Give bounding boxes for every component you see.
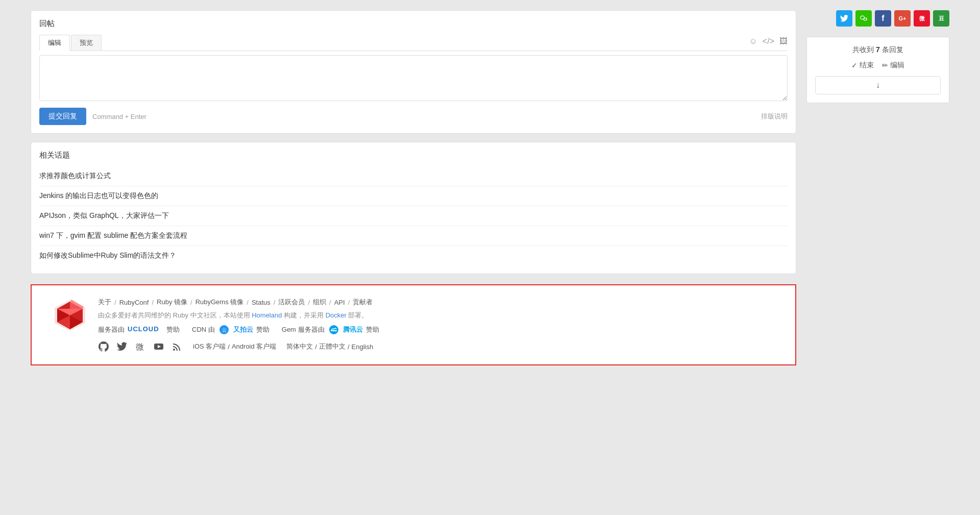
sponsor-server-prefix: 服务器由: [98, 325, 125, 334]
share-wechat-button[interactable]: [855, 10, 872, 27]
rss-icon[interactable]: [172, 341, 183, 352]
english-link[interactable]: English: [352, 343, 374, 351]
youpai-logo: 又拍云: [233, 325, 253, 334]
svg-text:云: 云: [222, 328, 226, 333]
android-client-link[interactable]: Android 客户端: [232, 342, 276, 351]
sponsor-server-suffix: 赞助: [166, 325, 180, 334]
chevron-down-icon: ↓: [876, 81, 880, 90]
share-weibo-button[interactable]: 微: [914, 10, 930, 27]
traditional-chinese-link[interactable]: 正體中文: [319, 342, 346, 351]
sponsor-gem-prefix: Gem 服务器由: [282, 325, 325, 334]
emoji-icon[interactable]: ☺: [749, 37, 757, 46]
editor-tabs: 编辑 预览 ☺ </> 🖼: [39, 35, 788, 51]
related-topics-box: 相关话题 求推荐颜色或计算公式 Jenkins 的输出日志也可以变得色色的 AP…: [31, 142, 796, 274]
share-twitter-button[interactable]: [836, 10, 852, 27]
github-icon[interactable]: [98, 341, 109, 352]
image-icon[interactable]: 🖼: [779, 37, 788, 46]
footer-description: 由众多爱好者共同维护的 Ruby 中文社区，本站使用 Homeland 构建，并…: [98, 311, 379, 320]
reply-count: 7: [876, 45, 880, 54]
footer-top: 关于 / RubyConf / Ruby 镜像 / RubyGems 镜像 / …: [52, 298, 775, 352]
related-topic-item[interactable]: 如何修改Sublime中Ruby Slim的语法文件？: [39, 246, 788, 265]
related-topic-item[interactable]: win7 下，gvim 配置 sublime 配色方案全套流程: [39, 226, 788, 246]
format-help-link[interactable]: 排版说明: [761, 112, 788, 121]
sponsor-gem-suffix: 赞助: [366, 325, 379, 334]
footer-org-link[interactable]: 组织: [313, 298, 326, 307]
code-icon[interactable]: </>: [763, 37, 774, 46]
editor-footer-left: 提交回复 Command + Enter: [39, 108, 146, 125]
docker-link[interactable]: Docker: [326, 311, 347, 319]
editor-footer: 提交回复 Command + Enter 排版说明: [39, 108, 788, 125]
svg-point-18: [173, 349, 175, 351]
reply-box-title: 回帖: [39, 19, 788, 29]
footer-nav-links: 关于 / RubyConf / Ruby 镜像 / RubyGems 镜像 / …: [98, 298, 379, 307]
site-footer: 关于 / RubyConf / Ruby 镜像 / RubyGems 镜像 / …: [31, 284, 796, 365]
youtube-icon[interactable]: [153, 341, 164, 352]
footer-about-link[interactable]: 关于: [98, 298, 111, 307]
reply-box: 回帖 编辑 预览 ☺ </> 🖼 提交回复 Command + Enter 排版…: [31, 10, 796, 134]
edit-label: 编辑: [890, 61, 904, 70]
tab-edit[interactable]: 编辑: [39, 35, 70, 51]
share-facebook-button[interactable]: f: [875, 10, 891, 27]
ucloud-logo: UCLOUD: [128, 324, 163, 335]
sponsor-server: 服务器由 UCLOUD 赞助: [98, 324, 180, 335]
footer-active-members-link[interactable]: 活跃会员: [278, 298, 305, 307]
footer-rubyconf-link[interactable]: RubyConf: [119, 299, 149, 306]
footer-status-link[interactable]: Status: [252, 299, 271, 306]
ios-client-link[interactable]: iOS 客户端: [193, 342, 226, 351]
sponsor-cdn-suffix: 赞助: [256, 325, 270, 334]
sidebar-actions: ✓ 结束 ✏ 编辑: [815, 61, 941, 70]
footer-links-section: 关于 / RubyConf / Ruby 镜像 / RubyGems 镜像 / …: [98, 298, 379, 352]
footer-bottom: 微: [98, 341, 379, 352]
homeland-link[interactable]: Homeland: [252, 311, 282, 319]
share-googleplus-button[interactable]: G+: [894, 10, 911, 27]
related-topics-title: 相关话题: [39, 151, 788, 160]
footer-client-links: iOS 客户端 / Android 客户端: [193, 342, 276, 351]
related-topic-item[interactable]: 求推荐颜色或计算公式: [39, 166, 788, 186]
sponsor-cdn: CDN 由 云 又拍云 赞助: [192, 325, 270, 334]
shortcut-hint: Command + Enter: [92, 113, 146, 120]
footer-contributors-link[interactable]: 贡献者: [353, 298, 373, 307]
tab-preview[interactable]: 预览: [71, 35, 102, 51]
editor-toolbar: ☺ </> 🖼: [749, 37, 788, 46]
footer-sponsors: 服务器由 UCLOUD 赞助 CDN 由: [98, 324, 379, 335]
checkmark-icon: ✓: [851, 61, 857, 69]
svg-point-13: [329, 325, 338, 334]
related-topic-item[interactable]: Jenkins 的输出日志也可以变得色色的: [39, 186, 788, 206]
svg-text:UCLOUD: UCLOUD: [128, 325, 159, 333]
footer-api-link[interactable]: API: [334, 299, 345, 306]
sponsor-cdn-prefix: CDN 由: [192, 325, 215, 334]
pencil-icon: ✏: [882, 61, 888, 69]
reply-count-text: 共收到 7 条回复: [815, 45, 941, 55]
svg-point-20: [864, 18, 867, 20]
sidebar: f G+ 微 豆 共收到 7 条回复 ✓ 结束 ✏ 编辑 ↓: [806, 10, 949, 365]
scroll-down-button[interactable]: ↓: [815, 76, 941, 94]
share-douban-button[interactable]: 豆: [933, 10, 949, 27]
footer-social-icons: 微: [98, 341, 183, 352]
end-label: 结束: [860, 61, 874, 70]
footer-lang-links: 简体中文 / 正體中文 / English: [286, 342, 373, 351]
related-topic-item[interactable]: APIJson，类似 GraphQL，大家评估一下: [39, 206, 788, 226]
svg-text:微: 微: [136, 342, 144, 351]
footer-ruby-mirror-link[interactable]: Ruby 镜像: [157, 298, 187, 307]
sidebar-stats-box: 共收到 7 条回复 ✓ 结束 ✏ 编辑 ↓: [806, 37, 949, 103]
weibo-social-icon[interactable]: 微: [135, 341, 146, 352]
footer-rubygems-mirror-link[interactable]: RubyGems 镜像: [195, 298, 244, 307]
simplified-chinese-link[interactable]: 简体中文: [286, 342, 313, 351]
edit-action-link[interactable]: ✏ 编辑: [882, 61, 904, 70]
related-topics-list: 求推荐颜色或计算公式 Jenkins 的输出日志也可以变得色色的 APIJson…: [39, 166, 788, 265]
svg-rect-14: [331, 330, 337, 331]
sidebar-social-buttons: f G+ 微 豆: [806, 10, 949, 27]
end-action-link[interactable]: ✓ 结束: [851, 61, 874, 70]
tencent-logo: 腾讯云: [343, 325, 363, 334]
submit-reply-button[interactable]: 提交回复: [39, 108, 86, 125]
ruby-gem-logo: [52, 298, 88, 333]
reply-textarea[interactable]: [39, 55, 788, 101]
sponsor-gem: Gem 服务器由 腾讯云 赞助: [282, 325, 379, 334]
twitter-social-icon[interactable]: [116, 341, 128, 352]
